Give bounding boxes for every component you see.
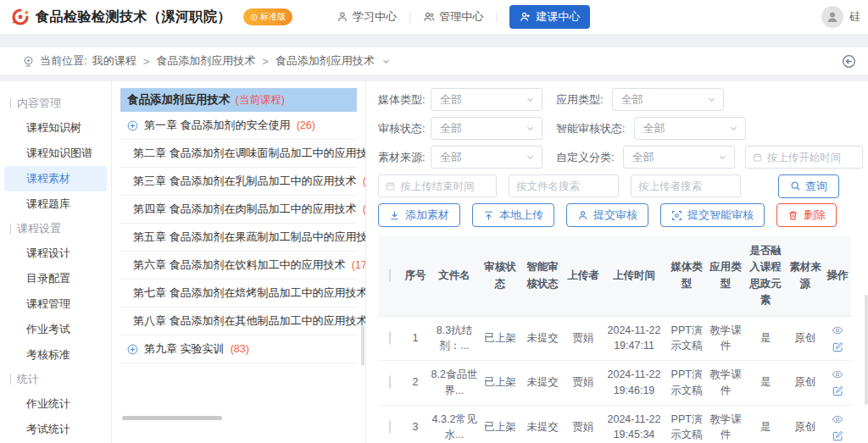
sidebar-item-catalog-config[interactable]: 目录配置 [4,266,107,291]
chevron-down-icon [526,95,535,104]
edition-badge: 标准版 [243,8,292,25]
upload-end-date-input[interactable] [378,174,497,197]
current-course-header[interactable]: 食品添加剂应用技术 (当前课程) [120,88,357,112]
table-row: 1 8.3抗结剂：... 已上架 未提交 贾娟 2024-11-2219:47:… [378,316,851,361]
sidebar-item-question-bank[interactable]: 课程题库 [4,191,107,217]
nav-course-builder-center[interactable]: 建课中心 [509,5,590,29]
material-count: (26) [297,119,315,131]
vertical-scrollbar[interactable] [361,325,364,366]
app-type-select[interactable]: 全部 [612,88,724,111]
course-title: 食品添加剂应用技术 [127,92,231,108]
search-button[interactable]: 查询 [778,174,839,198]
uploader-search-input[interactable] [631,174,741,197]
col-operations: 操作 [824,236,851,316]
table-row: 2 8.2食品世界... 已上架 未提交 贾娟 2024-11-2219:46:… [378,361,851,406]
action-bar: 添加素材 本地上传 提交审核 提交智能审核 删除 [378,203,863,227]
topbar: 食品检验检测技术（漯河职院） 标准版 学习中心 | 管理中心 | 建课中心 硅 [0,0,868,34]
page-title: 食品检验检测技术（漯河职院） [36,8,231,26]
row-checkbox[interactable] [389,375,391,389]
col-upload-time: 上传时间 [602,236,666,316]
smart-audit-status-select[interactable]: 全部 [634,117,746,140]
edition-icon [250,14,258,21]
sidebar-item-course-mgmt[interactable]: 课程管理 [4,291,107,317]
sidebar-item-exam-stats[interactable]: 考试统计 [4,417,107,442]
edit-icon[interactable] [832,341,843,352]
nav-learning-center[interactable]: 学习中心 [337,9,397,25]
sidebar: 内容管理 课程知识树 课程知识图谱 课程素材 课程题库 课程设置 课程设计 目录… [0,81,112,443]
col-media-type: 媒体类型 [666,236,707,316]
edit-icon[interactable] [832,430,843,441]
trash-icon [787,210,798,221]
filter-label-media-type: 媒体类型: [378,92,431,108]
logo-icon [10,7,31,27]
material-count: (83) [231,343,249,355]
chapter-item-9[interactable]: 第九章 实验实训(83) [120,335,357,363]
filter-label-smart-audit-status: 智能审核状态: [556,121,626,136]
custom-category-select[interactable]: 全部 [623,146,735,169]
col-source: 素材来源 [787,236,824,316]
main-area: 内容管理 课程知识树 课程知识图谱 课程素材 课程题库 课程设置 课程设计 目录… [0,81,868,443]
sidebar-item-knowledge-graph[interactable]: 课程知识图谱 [4,141,107,166]
current-course-tag: (当前课程) [236,93,285,108]
table-row: 3 4.3.2常见水... 已上架 未提交 贾娟 2024-11-2219:45… [378,405,851,443]
local-upload-button[interactable]: 本地上传 [472,203,554,227]
chevron-down-icon[interactable] [381,57,391,66]
horizontal-scrollbar[interactable] [122,416,222,420]
sidebar-item-assessment-standard[interactable]: 考核标准 [4,342,107,368]
chapter-item-2[interactable]: 第二章 食品添加剂在调味面制品加工中的应用技术(61) [120,140,357,168]
chapter-item-8[interactable]: 第八章 食品添加剂在其他制品加工中的应用技术(114) [120,307,357,335]
submit-audit-button[interactable]: 提交审核 [566,203,648,227]
sidebar-item-homework-stats[interactable]: 作业统计 [4,391,107,417]
plus-circle-icon[interactable] [127,344,138,355]
filter-label-material-source: 素材来源: [378,150,431,165]
chapter-item-1[interactable]: 第一章 食品添加剂的安全使用(26) [120,112,357,140]
sidebar-item-knowledge-tree[interactable]: 课程知识树 [4,115,107,141]
media-type-select[interactable]: 全部 [431,88,542,111]
breadcrumb-course[interactable]: 食品添加剂应用技术 [156,53,255,69]
select-all-checkbox[interactable] [389,269,391,282]
avatar[interactable] [821,6,843,28]
edit-icon[interactable] [832,385,843,396]
sidebar-item-course-materials[interactable]: 课程素材 [4,166,107,191]
search-icon [790,180,801,191]
breadcrumb-course-current[interactable]: 食品添加剂应用技术 [275,53,375,69]
sidebar-item-homework-exam[interactable]: 作业考试 [4,317,107,342]
filename-cell[interactable]: 8.3抗结剂：... [429,316,480,361]
row-checkbox[interactable] [389,420,391,434]
view-icon[interactable] [832,368,843,380]
breadcrumb: 当前位置: 我的课程 > 食品添加剂应用技术 > 食品添加剂应用技术 [0,47,868,75]
row-checkbox[interactable] [389,331,391,345]
user-name[interactable]: 硅 [849,9,860,25]
chapter-item-4[interactable]: 第四章 食品添加剂在肉制品加工中的应用技术(79) [120,196,357,224]
material-count: (179) [352,259,366,271]
filename-search-input[interactable] [509,174,619,197]
nav-divider: | [495,11,498,23]
chapter-item-3[interactable]: 第三章 食品添加剂在乳制品加工中的应用技术(122) [120,168,357,196]
vertical-scrollbar[interactable] [865,295,868,405]
chapter-item-7[interactable]: 第七章 食品添加剂在焙烤制品加工中的应用技术(49) [120,280,357,307]
view-icon[interactable] [832,413,843,425]
sidebar-item-course-design[interactable]: 课程设计 [4,241,107,266]
submit-smart-audit-button[interactable]: 提交智能审核 [660,203,765,227]
col-filename: 文件名 [429,236,480,316]
back-button[interactable] [842,54,856,69]
audit-status-select[interactable]: 全部 [431,117,542,140]
material-source-select[interactable]: 全部 [431,146,542,169]
upload-start-date-input[interactable] [745,146,863,169]
chapter-item-5[interactable]: 第五章 食品添加剂在果蔬制加工制品中的应用技术(76) [120,224,357,252]
chevron-down-icon [729,124,738,133]
course-builder-icon [520,11,531,23]
sidebar-section-content-mgmt: 内容管理 [0,91,111,115]
nav-admin-center[interactable]: 管理中心 [423,9,483,25]
breadcrumb-my-courses[interactable]: 我的课程 [92,53,136,69]
filename-cell[interactable]: 8.2食品世界... [429,361,480,406]
chapter-item-6[interactable]: 第六章 食品添加剂在饮料加工中的应用技术(179) [120,252,357,280]
col-ideology: 是否融入课程思政元素 [744,236,787,316]
plus-circle-icon[interactable] [127,120,138,131]
view-icon[interactable] [832,324,843,336]
add-material-button[interactable]: 添加素材 [378,203,460,227]
delete-button[interactable]: 删除 [776,203,837,227]
filename-cell[interactable]: 4.3.2常见水... [429,405,480,443]
top-nav: 学习中心 | 管理中心 | 建课中心 [337,5,590,29]
sidebar-section-statistics: 统计 [0,368,111,391]
